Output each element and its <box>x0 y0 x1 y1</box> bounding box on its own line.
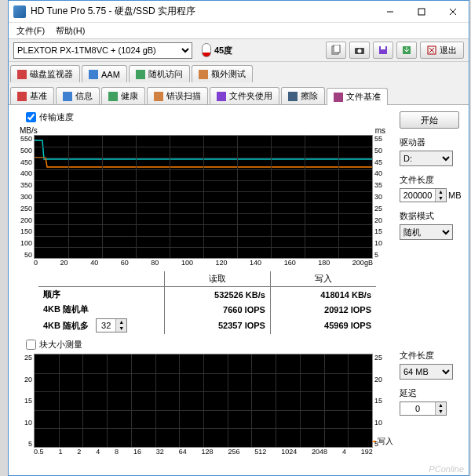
tab-1[interactable]: AAM <box>82 65 127 82</box>
load-button[interactable] <box>396 42 417 59</box>
tab-3[interactable]: 额外测试 <box>192 65 253 82</box>
chart-transfer: MB/s ms 55050045040035030025020015010050… <box>16 126 389 267</box>
y-axis-left-2: 252015105 <box>16 354 34 448</box>
tab-label: 信息 <box>75 90 93 102</box>
y-right-unit: ms <box>375 126 385 135</box>
tab-label: 额外测试 <box>211 68 246 80</box>
tab-2[interactable]: 健康 <box>101 87 145 104</box>
y-axis-right: 555045403530252015105 <box>373 135 387 259</box>
plot-area-1 <box>34 135 373 259</box>
blocksize-label: 块大小测量 <box>39 339 82 351</box>
tab-icon <box>89 70 98 79</box>
x-axis-2: 0.51248163264128256512102420484192 <box>34 448 373 456</box>
tab-label: 文件基准 <box>346 91 381 103</box>
qd-input[interactable] <box>97 319 115 332</box>
tab-2[interactable]: 随机访问 <box>129 65 190 82</box>
delay-input[interactable] <box>400 402 435 415</box>
thermometer-icon <box>202 43 211 57</box>
minimize-button[interactable] <box>374 1 406 23</box>
app-window: HD Tune Pro 5.75 - 硬盘/SSD 实用程序 文件(F) 帮助(… <box>8 0 469 476</box>
result-write: 20912 IOPS <box>270 302 376 317</box>
spin-up[interactable]: ▲ <box>435 402 446 409</box>
start-button[interactable]: 开始 <box>400 111 459 129</box>
tab-4[interactable]: 文件夹使用 <box>210 87 279 104</box>
tab-label: 基准 <box>30 90 47 102</box>
delay-label: 延迟 <box>400 387 461 399</box>
exit-button[interactable]: 退出 <box>420 42 464 59</box>
tab-6[interactable]: 文件基准 <box>327 88 388 105</box>
filelen-label: 文件长度 <box>400 174 461 186</box>
menu-file[interactable]: 文件(F) <box>12 24 49 38</box>
tab-icon <box>17 70 27 79</box>
spin-up[interactable]: ▲ <box>435 189 446 195</box>
tab-icon <box>199 70 208 79</box>
filelen2-label: 文件长度 <box>400 350 461 362</box>
tabs-row2: 基准信息健康错误扫描文件夹使用擦除文件基准 <box>9 82 469 104</box>
side-panel: 开始 驱动器 D: 文件长度 ▲▼ MB 数据模式 随机 文件长度 64 MB … <box>400 111 461 416</box>
tab-icon <box>63 92 72 101</box>
tab-icon <box>288 92 298 101</box>
drive-select[interactable]: PLEXTOR PX-1TM8VC + (1024 gB) <box>13 42 192 59</box>
svg-rect-9 <box>381 46 385 49</box>
drive-letter-select[interactable]: D: <box>400 151 453 166</box>
delay-spinner[interactable]: ▲▼ <box>400 402 447 416</box>
result-read: 52357 IOPS <box>164 317 270 334</box>
copy-button[interactable] <box>326 42 346 59</box>
col-read: 读取 <box>164 271 270 287</box>
tab-content: 开始 驱动器 D: 文件长度 ▲▼ MB 数据模式 随机 文件长度 64 MB … <box>9 104 469 460</box>
tab-icon <box>17 92 27 101</box>
chart-blocksize: 252015105 252015105 0.512481632641282565… <box>16 354 389 456</box>
qd-spinner[interactable]: ▲▼ <box>96 318 127 332</box>
filelen-spinner[interactable]: ▲▼ <box>400 188 447 202</box>
result-write: 45969 IOPS <box>270 317 376 334</box>
tab-label: 健康 <box>121 90 138 102</box>
spin-down[interactable]: ▼ <box>435 195 446 202</box>
maximize-button[interactable] <box>406 1 437 23</box>
tab-label: 文件夹使用 <box>229 90 272 102</box>
tab-icon <box>108 92 118 101</box>
blocksize-checkbox[interactable] <box>26 340 36 350</box>
menubar: 文件(F) 帮助(H) <box>9 23 469 38</box>
datamode-label: 数据模式 <box>400 210 461 222</box>
tab-icon <box>154 92 163 101</box>
tab-label: 磁盘监视器 <box>30 68 73 80</box>
tab-3[interactable]: 错误扫描 <box>147 87 208 104</box>
titlebar[interactable]: HD Tune Pro 5.75 - 硬盘/SSD 实用程序 <box>9 1 469 23</box>
tab-label: 随机访问 <box>148 68 183 80</box>
result-write: 418014 KB/s <box>270 287 376 303</box>
watermark: PConline <box>429 464 464 474</box>
results-table: 读取 写入 顺序532526 KB/s418014 KB/s4KB 随机单766… <box>38 271 376 334</box>
filelen2-select[interactable]: 64 MB <box>400 364 453 380</box>
tab-icon <box>334 93 343 102</box>
filelen-input[interactable] <box>400 189 435 202</box>
screenshot-button[interactable] <box>349 42 370 59</box>
tab-icon <box>217 92 226 101</box>
svg-rect-5 <box>334 45 340 53</box>
app-icon <box>13 5 26 18</box>
col-write: 写入 <box>270 271 376 287</box>
close-button[interactable] <box>437 1 469 23</box>
x-axis-1: 020406080100120140160180200gB <box>34 259 373 267</box>
window-title: HD Tune Pro 5.75 - 硬盘/SSD 实用程序 <box>31 5 374 18</box>
menu-help[interactable]: 帮助(H) <box>51 24 89 38</box>
result-label: 4KB 随机单 <box>38 302 164 317</box>
transfer-speed-checkbox[interactable] <box>26 112 36 122</box>
toolbar: PLEXTOR PX-1TM8VC + (1024 gB) 45度 退出 <box>9 38 469 62</box>
tab-icon <box>136 70 145 79</box>
svg-point-7 <box>358 49 362 53</box>
tab-label: 错误扫描 <box>166 90 201 102</box>
result-read: 7660 IOPS <box>164 302 270 317</box>
tab-0[interactable]: 磁盘监视器 <box>10 65 80 82</box>
transfer-speed-label: 传输速度 <box>39 111 74 123</box>
tab-label: AAM <box>101 70 120 79</box>
tab-1[interactable]: 信息 <box>56 87 100 104</box>
temperature-display: 45度 <box>202 43 232 57</box>
save-button[interactable] <box>373 42 393 59</box>
filelen-unit: MB <box>448 191 462 200</box>
drive-label: 驱动器 <box>400 136 461 148</box>
tab-label: 擦除 <box>301 90 318 102</box>
datamode-select[interactable]: 随机 <box>400 224 453 240</box>
spin-down[interactable]: ▼ <box>435 409 446 415</box>
tab-0[interactable]: 基准 <box>10 87 54 104</box>
tab-5[interactable]: 擦除 <box>281 87 325 104</box>
